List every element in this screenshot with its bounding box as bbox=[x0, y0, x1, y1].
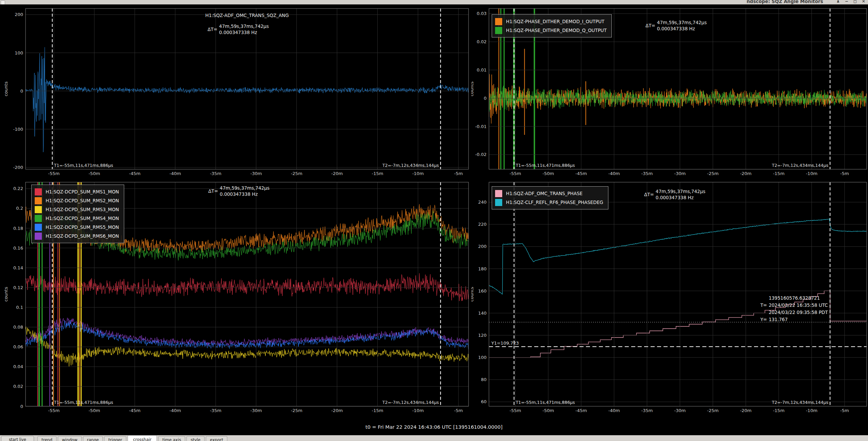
t1-cursor-label: T1=-55m,11s,471ms,886µs bbox=[515, 163, 575, 168]
t0-text: t0 = Fri Mar 22 2024 16:43:06 UTC [13951… bbox=[0, 421, 868, 430]
y-tick-label: 0.22 bbox=[13, 186, 23, 191]
tab-range[interactable]: range bbox=[83, 436, 103, 441]
legend[interactable]: H1:SQZ-ADF_OMC_TRANS_PHASEH1:SQZ-CLF_REF… bbox=[492, 186, 608, 209]
y-tick-label: 100 bbox=[15, 50, 23, 56]
x-tick-label: -10m bbox=[412, 408, 424, 413]
ndscope-window: { "window": { "title": "ndscope: SQZ Ang… bbox=[0, 0, 868, 441]
y-axis-label: counts bbox=[471, 81, 474, 96]
x-tick-label: -40m bbox=[608, 171, 620, 176]
legend-swatch-icon bbox=[35, 197, 42, 204]
y-tick-label: 120 bbox=[478, 333, 487, 338]
x-tick-label: -10m bbox=[412, 171, 424, 176]
y-tick-label: 0.12 bbox=[13, 285, 23, 290]
y-tick-label: 80 bbox=[481, 377, 487, 382]
plot-title: H1:SQZ-ADF_OMC_TRANS_SQZ_ANG bbox=[205, 13, 289, 18]
x-tick-label: -45m bbox=[575, 171, 587, 176]
t1-cursor-label: T1=-55m,11s,471ms,886µs bbox=[54, 163, 113, 168]
delta-t-duration: 47m,59s,37ms,742µs bbox=[657, 19, 707, 26]
x-tick-label: -5m bbox=[840, 408, 849, 413]
y-tick-label: 0.16 bbox=[13, 246, 23, 251]
x-tick-label: -50m bbox=[542, 171, 554, 176]
delta-t-duration: 47m,59s,37ms,742µs bbox=[219, 23, 269, 29]
trace-H1:SQZ-DCPD_SUM_RMS1_MON bbox=[26, 272, 469, 301]
legend[interactable]: H1:SQZ-PHASE_DITHER_DEMOD_I_OUTPUTH1:SQZ… bbox=[492, 14, 612, 37]
legend-swatch-icon bbox=[35, 233, 42, 240]
y-tick-label: 220 bbox=[478, 222, 487, 227]
x-tick-label: -50m bbox=[88, 171, 100, 176]
close-button[interactable]: ✕ bbox=[862, 0, 865, 4]
y-tick-label: 0.03 bbox=[477, 11, 487, 16]
x-tick-label: -50m bbox=[88, 408, 100, 413]
y-tick-label: 0 bbox=[20, 404, 23, 409]
crosshair-readout-row: T=2024/03/22 16:35:58 UTC bbox=[757, 302, 828, 309]
x-tick-label: -15m bbox=[773, 171, 785, 176]
x-tick-label: -30m bbox=[250, 408, 262, 413]
delta-t-readout: ΔT=47m,59s,37ms,742µs0.000347338 Hz bbox=[208, 23, 269, 35]
crosshair-readout-value: 2024/03/22 16:35:58 UTC bbox=[769, 302, 828, 309]
x-tick-label: -55m bbox=[509, 171, 521, 176]
window-title: ndscope: SQZ Angle Monitors bbox=[747, 0, 823, 4]
plot-bottom-right: Y1=109.723T1=-55m,11s,471ms,886µsT2=-7m,… bbox=[471, 177, 868, 421]
x-tick-label: -35m bbox=[641, 408, 653, 413]
delta-t-frequency: 0.000347338 Hz bbox=[220, 191, 269, 197]
legend-channel-name: H1:SQZ-PHASE_DITHER_DEMOD_Q_OUTPUT bbox=[506, 28, 607, 33]
y-tick-label: 200 bbox=[478, 244, 487, 249]
crosshair-readout-label: T= bbox=[757, 302, 767, 309]
tab-style[interactable]: style bbox=[186, 436, 204, 441]
tab-time-axis[interactable]: time axis bbox=[158, 436, 185, 441]
legend-channel-name: H1:SQZ-DCPD_SUM_RMS1_MON bbox=[46, 189, 119, 194]
x-tick-label: -30m bbox=[674, 408, 686, 413]
x-tick-label: -25m bbox=[291, 171, 302, 176]
tab-window[interactable]: window bbox=[58, 436, 82, 441]
legend-item: H1:SQZ-DCPD_SUM_RMS3_MON bbox=[35, 205, 119, 214]
y-tick-label: 100 bbox=[478, 355, 487, 360]
x-tick-label: -50m bbox=[542, 408, 554, 413]
tab-trend[interactable]: trend bbox=[37, 436, 56, 441]
y-tick-label: 0.01 bbox=[477, 67, 487, 73]
window-controls: ∧−◻✕ bbox=[836, 0, 865, 4]
tab-export[interactable]: export bbox=[206, 436, 227, 441]
delta-t-label: ΔT= bbox=[208, 188, 218, 194]
y-tick-label: 140 bbox=[478, 311, 487, 316]
crosshair-readout-row: 2024/03/22 09:35:58 PDT bbox=[757, 309, 828, 316]
crosshair-readout-value: 1395160576.6328721 bbox=[769, 295, 820, 302]
tab-crosshair[interactable]: crosshair bbox=[128, 435, 157, 441]
y1-cursor-label: Y1=109.723 bbox=[491, 341, 519, 346]
x-tick-label: -45m bbox=[575, 408, 587, 413]
x-tick-label: -25m bbox=[707, 171, 719, 176]
crosshair-readout-row: Y=131.767 bbox=[757, 316, 828, 323]
delta-t-frequency: 0.000347338 Hz bbox=[219, 29, 269, 35]
legend[interactable]: H1:SQZ-DCPD_SUM_RMS1_MONH1:SQZ-DCPD_SUM_… bbox=[31, 185, 124, 243]
legend-item: H1:SQZ-PHASE_DITHER_DEMOD_Q_OUTPUT bbox=[495, 26, 607, 35]
legend-item: H1:SQZ-ADF_OMC_TRANS_PHASE bbox=[495, 189, 603, 198]
minimize-button[interactable]: − bbox=[845, 0, 848, 4]
tab-trigger[interactable]: trigger bbox=[104, 436, 126, 441]
x-tick-label: -20m bbox=[740, 171, 752, 176]
legend-channel-name: H1:SQZ-DCPD_SUM_RMS3_MON bbox=[46, 207, 119, 212]
tab-list: trendwindowrangetriggercrosshairtime axi… bbox=[37, 436, 227, 441]
crosshair-readout-label bbox=[757, 309, 767, 316]
t0-bar: t0 = Fri Mar 22 2024 16:43:06 UTC [13951… bbox=[0, 421, 868, 435]
legend-item: H1:SQZ-CLF_REFL_RF6_PHASE_PHASEDEG bbox=[495, 198, 603, 207]
legend-swatch-icon bbox=[495, 199, 502, 206]
x-tick-label: -5m bbox=[454, 408, 463, 413]
window-titlebar[interactable]: ndscope: SQZ Angle Monitors ∧−◻✕ bbox=[0, 0, 868, 5]
y-tick-label: 0 bbox=[20, 89, 23, 94]
legend-swatch-icon bbox=[35, 188, 42, 195]
legend-channel-name: H1:SQZ-CLF_REFL_RF6_PHASE_PHASEDEG bbox=[506, 200, 603, 205]
y-tick-label: 60 bbox=[481, 399, 487, 404]
maximize-button[interactable]: ◻ bbox=[853, 0, 857, 4]
x-tick-label: -55m bbox=[48, 408, 60, 413]
shade-button[interactable]: ∧ bbox=[836, 0, 840, 4]
t2-cursor-label: T2=-7m,12s,434ms,144µs bbox=[382, 400, 439, 405]
y-tick-label: 0.08 bbox=[13, 325, 23, 330]
stream-button[interactable]: start live bbox=[1, 436, 34, 441]
y-tick-label: 0 bbox=[484, 96, 487, 101]
x-tick-label: -40m bbox=[608, 408, 620, 413]
legend-channel-name: H1:SQZ-DCPD_SUM_RMS4_MON bbox=[46, 216, 119, 221]
legend-item: H1:SQZ-PHASE_DITHER_DEMOD_I_OUTPUT bbox=[495, 17, 607, 26]
trace-H1:SQZ-PHASE_DITHER_DEMOD_Q_OUTPUT bbox=[489, 86, 867, 112]
x-tick-label: -25m bbox=[707, 408, 719, 413]
x-tick-label: -55m bbox=[48, 171, 60, 176]
crosshair-readout-value: 2024/03/22 09:35:58 PDT bbox=[769, 309, 828, 316]
